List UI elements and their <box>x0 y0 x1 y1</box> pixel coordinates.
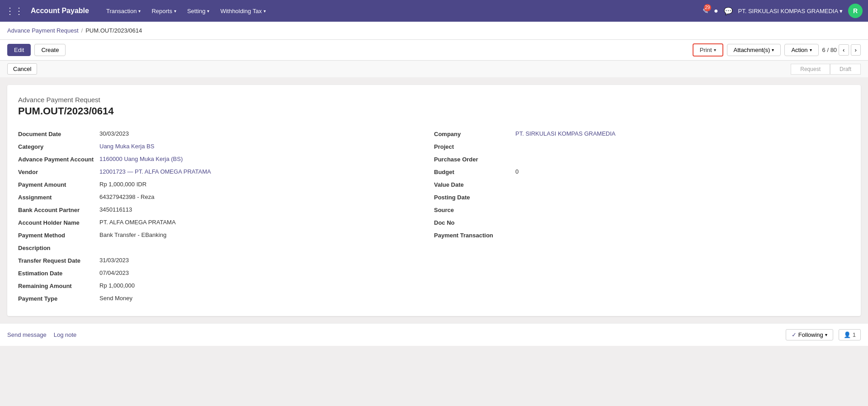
field-project: Project <box>434 141 850 153</box>
company-label[interactable]: PT. SIRKULASI KOMPAS GRAMEDIA ▾ <box>738 8 843 14</box>
status-request: Request <box>791 64 830 75</box>
chevron-down-icon: ▾ <box>714 47 716 52</box>
attachments-button[interactable]: Attachment(s) ▾ <box>727 44 781 56</box>
status-bar: Cancel Request Draft <box>0 61 868 78</box>
create-button[interactable]: Create <box>34 44 66 56</box>
page-info: 6 / 80 <box>822 47 837 53</box>
record-id: PUM.OUT/2023/0614 <box>18 105 850 117</box>
main-content: Advance Payment Request PUM.OUT/2023/061… <box>0 78 868 323</box>
field-remaining-amount: Remaining Amount Rp 1,000,000 <box>18 280 434 293</box>
chevron-down-icon: ▾ <box>264 9 266 14</box>
nav-right: ✎ 29 ● 💬 PT. SIRKULASI KOMPAS GRAMEDIA ▾… <box>703 4 863 18</box>
field-payment-type: Payment Type Send Money <box>18 293 434 305</box>
field-purchase-order: Purchase Order <box>434 153 850 166</box>
cancel-button[interactable]: Cancel <box>7 63 37 75</box>
field-account-holder-name: Account Holder Name PT. ALFA OMEGA PRATA… <box>18 217 434 229</box>
record-title: Advance Payment Request <box>18 96 850 104</box>
field-advance-payment-account: Advance Payment Account 1160000 Uang Muk… <box>18 153 434 166</box>
breadcrumb: Advance Payment Request / PUM.OUT/2023/0… <box>0 22 868 40</box>
avatar[interactable]: R <box>848 4 863 18</box>
next-page-button[interactable]: › <box>851 44 861 56</box>
edit-button[interactable]: Edit <box>7 44 31 56</box>
field-value-date: Value Date <box>434 179 850 191</box>
following-button[interactable]: ✓ Following ▾ <box>786 329 833 340</box>
field-document-date: Document Date 30/03/2023 <box>18 128 434 141</box>
field-payment-amount: Payment Amount Rp 1,000,000 IDR <box>18 179 434 191</box>
field-company: Company PT. SIRKULASI KOMPAS GRAMEDIA <box>434 128 850 141</box>
app-title: Account Payable <box>31 7 89 15</box>
form-grid: Document Date 30/03/2023 Category Uang M… <box>18 128 850 305</box>
field-posting-date: Posting Date <box>434 191 850 204</box>
print-button[interactable]: Print ▾ <box>693 43 723 57</box>
field-vendor: Vendor 12001723 — PT. ALFA OMEGA PRATAMA <box>18 166 434 179</box>
field-bank-account-partner: Bank Account Partner 3450116113 <box>18 204 434 217</box>
chevron-down-icon: ▾ <box>825 332 827 337</box>
chevron-down-icon: ▾ <box>810 47 812 52</box>
activity-icon[interactable]: ✎ 29 <box>703 7 708 15</box>
chevron-down-icon: ▾ <box>772 47 774 52</box>
field-source: Source <box>434 204 850 217</box>
chevron-down-icon: ▾ <box>207 9 209 14</box>
field-category: Category Uang Muka Kerja BS <box>18 141 434 153</box>
field-payment-transaction: Payment Transaction <box>434 229 850 242</box>
action-bar: Edit Create Print ▾ Attachment(s) ▾ Acti… <box>0 40 868 61</box>
nav-transaction[interactable]: Transaction ▾ <box>102 5 145 17</box>
action-button[interactable]: Action ▾ <box>784 44 818 56</box>
field-budget: Budget 0 <box>434 166 850 179</box>
field-assignment: Assignment 64327942398 - Reza <box>18 191 434 204</box>
person-icon: 👤 <box>844 331 851 338</box>
page-navigation: 6 / 80 ‹ › <box>822 44 861 56</box>
form-col-left: Document Date 30/03/2023 Category Uang M… <box>18 128 434 305</box>
status-draft: Draft <box>830 64 861 75</box>
field-payment-method: Payment Method Bank Transfer - EBanking <box>18 229 434 242</box>
bottom-bar: Send message Log note ✓ Following ▾ 👤 1 <box>0 323 868 346</box>
send-message-link[interactable]: Send message <box>7 331 47 338</box>
check-icon: ✓ <box>792 331 797 338</box>
chevron-down-icon: ▾ <box>174 9 176 14</box>
follower-count[interactable]: 👤 1 <box>839 329 861 340</box>
breadcrumb-parent[interactable]: Advance Payment Request <box>7 27 79 34</box>
nav-menu: Transaction ▾ Reports ▾ Setting ▾ Withho… <box>102 5 699 17</box>
nav-withholding-tax[interactable]: Withholding Tax ▾ <box>216 5 270 17</box>
breadcrumb-current: PUM.OUT/2023/0614 <box>85 27 142 34</box>
log-note-link[interactable]: Log note <box>54 331 77 338</box>
status-steps: Request Draft <box>791 64 861 75</box>
record-card: Advance Payment Request PUM.OUT/2023/061… <box>7 85 861 316</box>
chevron-down-icon: ▾ <box>138 9 141 14</box>
bottom-bar-right: ✓ Following ▾ 👤 1 <box>786 329 861 340</box>
field-estimation-date: Estimation Date 07/04/2023 <box>18 267 434 280</box>
field-description: Description <box>18 242 434 255</box>
form-col-right: Company PT. SIRKULASI KOMPAS GRAMEDIA Pr… <box>434 128 850 305</box>
grid-icon[interactable]: ⋮⋮ <box>5 5 24 16</box>
top-navigation: ⋮⋮ Account Payable Transaction ▾ Reports… <box>0 0 868 22</box>
field-doc-no: Doc No <box>434 217 850 229</box>
field-transfer-request-date: Transfer Request Date 31/03/2023 <box>18 255 434 267</box>
clock-icon[interactable]: ● <box>714 7 718 15</box>
nav-reports[interactable]: Reports ▾ <box>147 5 181 17</box>
breadcrumb-separator: / <box>81 27 83 34</box>
prev-page-button[interactable]: ‹ <box>839 44 849 56</box>
chat-icon[interactable]: 💬 <box>724 7 733 15</box>
nav-setting[interactable]: Setting ▾ <box>183 5 214 17</box>
